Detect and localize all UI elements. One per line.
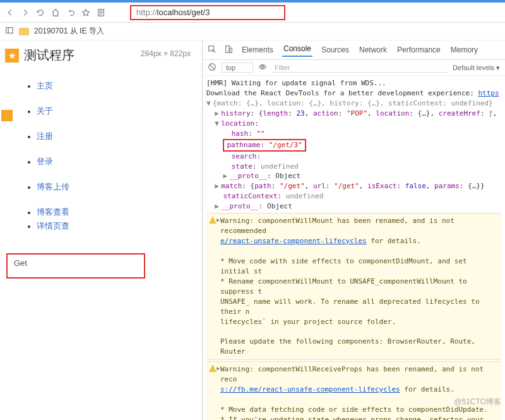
bookmark-folder-label[interactable]: 20190701 从 IE 导入 [34,26,104,37]
nav-item-detail[interactable]: 详情页查 [37,220,192,232]
folder-icon [19,28,29,35]
back-icon[interactable] [5,8,15,18]
svg-rect-1 [6,28,13,33]
svg-point-6 [261,66,264,68]
tab-console[interactable]: Console [282,43,312,57]
expand-icon[interactable]: ▶ [217,364,220,373]
nav-link[interactable]: 博客查看 [37,207,69,217]
nav-item-blog-view[interactable]: 博客查看 [37,207,192,218]
reload-icon[interactable] [35,8,45,18]
sidebar-block-icon [1,110,13,121]
browser-toolbar: http://localhost/get/3 [0,3,505,23]
log-prop[interactable]: ▶history: {length: 23, action: "POP", lo… [206,109,501,119]
undo-icon[interactable] [66,8,76,18]
eye-icon[interactable] [258,63,267,73]
link[interactable]: https [478,89,499,97]
svg-rect-4 [229,48,232,52]
nav-item-home[interactable]: 主页 [37,80,192,92]
nav-item-blog-upload[interactable]: 博客上传 [37,181,192,193]
forward-icon[interactable] [20,8,30,18]
tab-memory[interactable]: Memory [449,44,479,56]
clear-console-icon[interactable] [208,63,217,73]
get-label: Get [14,258,27,268]
log-line: Download the React DevTools for a better… [206,88,501,99]
log-prop[interactable]: ▶__proto__: Object [206,201,501,212]
warning-block: ▶ Warning: componentWillReceiveProps has… [206,361,501,420]
bookmarks-bar: 20190701 从 IE 导入 [0,23,505,40]
nav-link[interactable]: 详情页查 [37,221,69,231]
nav-link[interactable]: 主页 [37,81,53,90]
nav-list: 主页 关于 注册 登录 博客上传 博客查看 详情页查 [37,80,192,232]
star-icon[interactable] [81,8,91,18]
log-prop: hash: "" [206,129,501,139]
link[interactable]: s://fb.me/react-unsafe-component-lifecyc… [220,385,400,393]
url-text: localhost/get/3 [157,8,210,17]
log-prop[interactable]: ▼location: [206,119,501,129]
tab-network[interactable]: Network [358,44,388,56]
get-output-box: Get [6,253,145,279]
link[interactable]: e/react-unsafe-component-lifecycles [220,237,367,245]
log-object-head[interactable]: ▼{match: {…}, location: {…}, history: {…… [206,99,501,109]
tab-sources[interactable]: Sources [320,44,350,56]
log-prop: search: [206,152,501,162]
log-line: [HMR] Waiting for update signal from WDS… [206,78,501,88]
nav-item-register[interactable]: 注册 [37,131,192,142]
page-content: ★ 测试程序 284px × 822px 主页 关于 注册 登录 博客上传 博客… [0,40,202,420]
expand-icon[interactable]: ▶ [217,216,220,224]
nav-link[interactable]: 登录 [37,157,53,166]
watermark: @51CTO博客 [454,397,501,407]
viewport-dimensions: 284px × 822px [141,49,191,58]
log-prop[interactable]: ▶match: {path: "/get", url: "/get", isEx… [206,181,501,191]
levels-dropdown[interactable]: Default levels ▾ [453,64,500,72]
console-toolbar: top Filter Default levels ▾ [203,60,505,76]
log-prop: state: undefined [206,162,501,172]
filter-input[interactable]: Filter [272,63,448,73]
warning-icon [209,364,217,372]
url-protocol: http:// [136,8,157,17]
warning-block: ▶ Warning: componentWillMount has been r… [206,213,501,360]
app-title: 测试程序 [24,47,74,64]
nav-link[interactable]: 注册 [37,131,53,141]
url-input[interactable]: http://localhost/get/3 [130,5,285,20]
nav-link[interactable]: 关于 [37,106,53,116]
app-star-icon: ★ [5,49,19,63]
sidebar-toggle-icon[interactable] [5,26,14,37]
home-icon[interactable] [50,8,61,18]
log-prop[interactable]: ▶__proto__: Object [206,171,501,181]
context-selector[interactable]: top [222,63,253,73]
log-prop-highlight: pathname: "/get/3" [206,139,501,152]
devtools-panel: Elements Console Sources Network Perform… [202,40,505,420]
nav-item-login[interactable]: 登录 [37,156,192,167]
devtools-tabs: Elements Console Sources Network Perform… [203,40,505,60]
main-split: ★ 测试程序 284px × 822px 主页 关于 注册 登录 博客上传 博客… [0,40,505,420]
nav-link[interactable]: 博客上传 [37,182,69,191]
inspect-icon[interactable] [208,45,217,56]
warning-icon [209,216,217,224]
console-output: [HMR] Waiting for update signal from WDS… [203,76,505,420]
log-prop: staticContext: undefined [206,191,501,201]
tab-elements[interactable]: Elements [241,44,275,56]
device-icon[interactable] [224,45,233,56]
tab-performance[interactable]: Performance [396,44,442,56]
reader-icon[interactable] [96,8,106,18]
nav-item-about[interactable]: 关于 [37,105,192,117]
